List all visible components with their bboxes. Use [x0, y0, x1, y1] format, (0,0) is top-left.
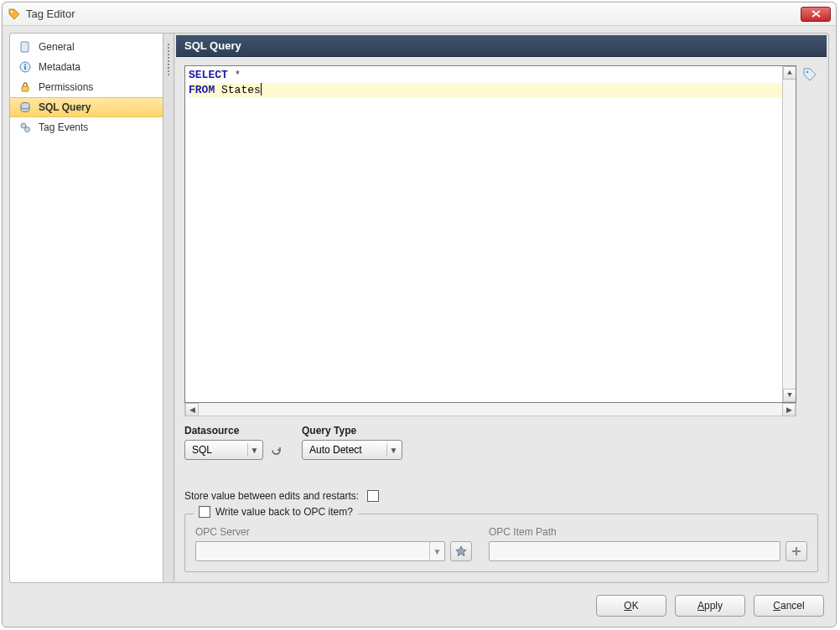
nav-item-sql-query[interactable]: SQL Query [10, 97, 163, 117]
querytype-label: Query Type [302, 425, 402, 436]
scroll-up-button[interactable]: ▲ [783, 66, 796, 80]
nav-item-label: Metadata [39, 61, 80, 73]
controls-row: Datasource SQL ▼ Query Type [184, 416, 818, 465]
opc-item-path-input[interactable] [489, 541, 780, 561]
cancel-mnemonic: C [773, 600, 780, 612]
horizontal-scrollbar[interactable]: ◀ ▶ [184, 403, 796, 416]
sql-editor-content: SELECT * FROM States [185, 66, 796, 100]
nav-item-label: Tag Events [39, 121, 88, 133]
sql-text: States [215, 84, 261, 96]
tag-icon [8, 8, 21, 21]
sql-keyword: FROM [189, 84, 215, 96]
scroll-right-button[interactable]: ▶ [782, 403, 796, 416]
opc-item-path-label: OPC Item Path [489, 526, 807, 538]
svg-point-0 [11, 10, 13, 12]
apply-button[interactable]: Apply [675, 595, 745, 617]
ok-mnemonic: O [624, 600, 631, 612]
vertical-scrollbar[interactable]: ▲ ▼ [782, 66, 796, 402]
svg-point-9 [806, 71, 809, 74]
titlebar: Tag Editor [3, 3, 836, 26]
nav-item-metadata[interactable]: Metadata [10, 57, 163, 77]
window-body: General Metadata Permissions SQL Query [3, 26, 836, 590]
writeback-label: Write value back to OPC item? [215, 506, 353, 518]
nav-item-label: Permissions [39, 81, 93, 93]
writeback-checkbox[interactable] [199, 506, 210, 518]
datasource-value: SQL [192, 444, 244, 456]
refresh-button[interactable] [268, 442, 283, 457]
datasource-label: Datasource [184, 425, 283, 436]
info-icon [18, 60, 32, 74]
apply-mnemonic: A [697, 600, 704, 612]
store-value-label: Store value between edits and restarts: [184, 490, 359, 502]
opc-server-combo[interactable]: ▼ [195, 541, 445, 561]
datasource-group: Datasource SQL ▼ [184, 425, 283, 460]
main-panel: SQL Query SELECT * FROM States ▲ ▼ [174, 33, 829, 583]
writeback-legend: Write value back to OPC item? [194, 506, 358, 518]
nav-item-tag-events[interactable]: Tag Events [10, 117, 163, 137]
opc-server-label: OPC Server [195, 526, 472, 538]
svg-rect-4 [24, 65, 26, 66]
svg-rect-3 [24, 66, 26, 70]
chevron-down-icon: ▼ [429, 542, 444, 560]
svg-rect-1 [21, 42, 29, 52]
editor-wrap: SELECT * FROM States ▲ ▼ ◀ ▶ [184, 65, 796, 416]
insert-tag-button[interactable] [801, 65, 818, 416]
lock-icon [18, 80, 32, 94]
apply-rest: pply [704, 600, 723, 612]
dialog-footer: OK Apply Cancel [3, 590, 836, 627]
svg-point-8 [25, 127, 30, 132]
ok-button[interactable]: OK [596, 595, 666, 617]
querytype-group: Query Type Auto Detect ▼ [302, 425, 402, 460]
cancel-rest: ancel [780, 600, 805, 612]
svg-rect-5 [22, 86, 29, 91]
sql-text: * [228, 69, 241, 81]
window-title: Tag Editor [26, 8, 796, 20]
nav-item-general[interactable]: General [10, 37, 163, 57]
events-icon [18, 121, 32, 134]
nav-item-label: General [39, 41, 75, 53]
chevron-down-icon: ▼ [247, 443, 261, 457]
store-value-row: Store value between edits and restarts: [184, 490, 818, 502]
panel-body: SELECT * FROM States ▲ ▼ ◀ ▶ [176, 57, 827, 581]
querytype-value: Auto Detect [309, 444, 383, 456]
page-icon [18, 40, 32, 54]
nav-item-permissions[interactable]: Permissions [10, 77, 163, 97]
opc-browse-button[interactable] [450, 541, 472, 561]
tag-editor-window: Tag Editor General Metadata [2, 2, 837, 627]
opc-item-add-button[interactable] [786, 541, 807, 561]
close-button[interactable] [801, 7, 831, 22]
chevron-down-icon: ▼ [386, 443, 400, 457]
cancel-button[interactable]: Cancel [754, 595, 824, 617]
querytype-combo[interactable]: Auto Detect ▼ [302, 440, 402, 460]
panel-title: SQL Query [176, 35, 827, 57]
datasource-combo[interactable]: SQL ▼ [184, 440, 263, 460]
splitter-handle[interactable] [163, 33, 174, 583]
nav-sidebar: General Metadata Permissions SQL Query [9, 33, 163, 583]
sql-keyword: SELECT [189, 69, 228, 81]
database-icon [18, 101, 32, 114]
sql-editor[interactable]: SELECT * FROM States ▲ ▼ [184, 65, 796, 403]
scroll-down-button[interactable]: ▼ [783, 389, 796, 402]
writeback-fieldset: Write value back to OPC item? OPC Server… [184, 514, 818, 572]
text-cursor [261, 83, 262, 96]
scroll-left-button[interactable]: ◀ [185, 403, 199, 416]
nav-item-label: SQL Query [39, 101, 91, 113]
ok-rest: K [632, 600, 639, 612]
editor-row: SELECT * FROM States ▲ ▼ ◀ ▶ [184, 65, 818, 416]
store-value-checkbox[interactable] [367, 490, 379, 502]
